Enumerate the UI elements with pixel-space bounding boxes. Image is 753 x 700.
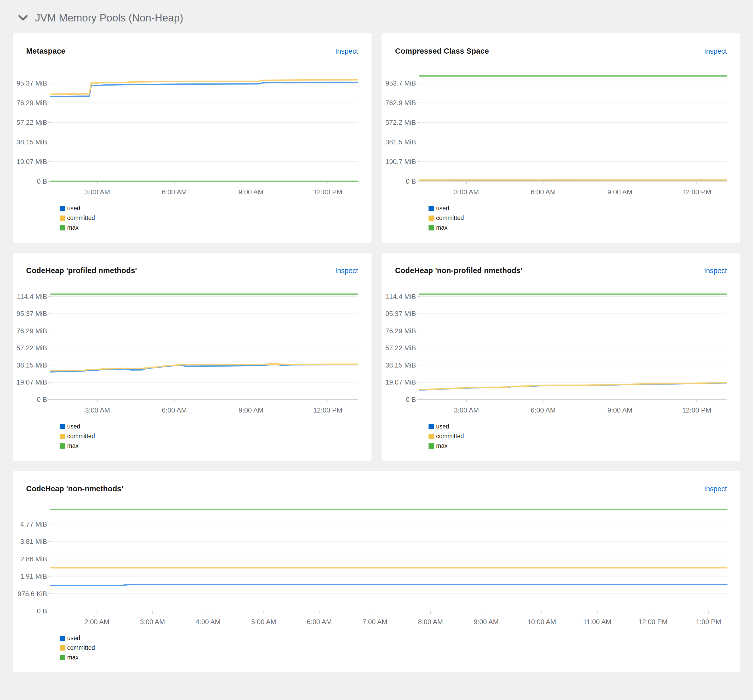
x-tick-label: 6:00 AM bbox=[162, 406, 187, 414]
y-tick-label: 114.4 MiB bbox=[386, 293, 416, 300]
legend-swatch-committed-icon bbox=[429, 216, 434, 221]
legend-label: used bbox=[436, 205, 449, 212]
x-tick-label: 6:00 AM bbox=[531, 188, 556, 196]
x-tick-label: 3:00 AM bbox=[454, 188, 479, 196]
legend-swatch-used-icon bbox=[59, 636, 65, 641]
y-tick-label: 19.07 MiB bbox=[17, 378, 47, 386]
x-tick-label: 12:00 PM bbox=[682, 188, 711, 196]
chart-legend: used committed max bbox=[59, 205, 358, 231]
legend-label: committed bbox=[67, 644, 95, 652]
y-tick-label: 57.22 MiB bbox=[17, 119, 47, 127]
legend-swatch-committed-icon bbox=[59, 216, 65, 221]
legend-item-committed: committed bbox=[59, 433, 358, 440]
inspect-link[interactable]: Inspect bbox=[335, 47, 358, 55]
legend-swatch-used-icon bbox=[429, 206, 434, 211]
x-tick-label: 3:00 AM bbox=[85, 406, 110, 414]
legend-swatch-used-icon bbox=[429, 424, 434, 429]
y-tick-label: 76.29 MiB bbox=[17, 99, 47, 107]
series-line-used bbox=[51, 584, 727, 586]
chart-title: CodeHeap 'non-nmethods' bbox=[26, 484, 123, 493]
chart-title: CodeHeap 'profiled nmethods' bbox=[26, 266, 137, 275]
y-tick-label: 953.7 MiB bbox=[385, 79, 416, 87]
legend-item-used: used bbox=[429, 423, 727, 430]
legend-swatch-max-icon bbox=[59, 225, 65, 230]
y-tick-label: 381.5 MiB bbox=[385, 138, 416, 146]
series-line-used bbox=[51, 364, 358, 372]
section-title: JVM Memory Pools (Non-Heap) bbox=[35, 12, 183, 24]
y-tick-label: 4.77 MiB bbox=[20, 520, 47, 528]
legend-label: used bbox=[67, 423, 80, 430]
x-tick-label: 12:00 PM bbox=[639, 618, 667, 626]
y-tick-label: 0 B bbox=[37, 395, 47, 403]
legend-label: committed bbox=[436, 214, 464, 222]
legend-item-committed: committed bbox=[59, 644, 727, 652]
y-tick-label: 19.07 MiB bbox=[385, 378, 416, 386]
legend-swatch-committed-icon bbox=[429, 434, 434, 439]
x-tick-label: 10:00 AM bbox=[527, 618, 556, 626]
y-tick-label: 0 B bbox=[37, 607, 47, 615]
inspect-link[interactable]: Inspect bbox=[704, 485, 727, 493]
legend-item-max: max bbox=[429, 224, 727, 231]
x-tick-label: 1:00 PM bbox=[696, 618, 721, 626]
y-tick-label: 572.2 MiB bbox=[385, 119, 416, 127]
x-tick-label: 12:00 PM bbox=[682, 406, 711, 414]
legend-label: max bbox=[67, 442, 78, 449]
legend-item-max: max bbox=[59, 654, 727, 661]
line-chart-codeheap-profiled-nmethods: 114.4 MiB95.37 MiB76.29 MiB57.22 MiB38.1… bbox=[26, 285, 358, 415]
x-tick-label: 8:00 AM bbox=[418, 618, 443, 626]
legend-item-committed: committed bbox=[59, 214, 358, 222]
chart-card-codeheap-non-nmethods: CodeHeap 'non-nmethods' Inspect 4.77 MiB… bbox=[12, 471, 741, 672]
y-tick-label: 38.15 MiB bbox=[17, 361, 47, 369]
legend-label: committed bbox=[67, 433, 95, 440]
x-tick-label: 3:00 AM bbox=[140, 618, 165, 626]
legend-item-committed: committed bbox=[429, 214, 727, 222]
chart-title: CodeHeap 'non-profiled nmethods' bbox=[395, 266, 522, 275]
inspect-link[interactable]: Inspect bbox=[704, 47, 727, 55]
y-tick-label: 19.07 MiB bbox=[17, 158, 47, 166]
chart-title: Compressed Class Space bbox=[395, 47, 489, 55]
legend-swatch-used-icon bbox=[59, 424, 65, 429]
y-tick-label: 2.86 MiB bbox=[20, 555, 47, 563]
chart-legend: used committed max bbox=[429, 423, 727, 449]
inspect-link[interactable]: Inspect bbox=[335, 267, 358, 275]
legend-swatch-max-icon bbox=[59, 444, 65, 448]
legend-label: max bbox=[436, 442, 447, 449]
y-tick-label: 95.37 MiB bbox=[17, 79, 47, 87]
legend-item-used: used bbox=[59, 205, 358, 212]
x-tick-label: 9:00 AM bbox=[607, 406, 632, 414]
chart-legend: used committed max bbox=[59, 423, 358, 449]
y-tick-label: 1.91 MiB bbox=[20, 572, 47, 580]
y-tick-label: 0 B bbox=[406, 177, 416, 185]
y-tick-label: 95.37 MiB bbox=[385, 310, 416, 317]
legend-item-max: max bbox=[59, 224, 358, 231]
line-chart-codeheap-non-nmethods: 4.77 MiB3.81 MiB2.86 MiB1.91 MiB976.6 Ki… bbox=[26, 501, 727, 627]
y-tick-label: 38.15 MiB bbox=[17, 138, 47, 146]
legend-label: committed bbox=[436, 433, 464, 440]
x-tick-label: 9:00 AM bbox=[239, 188, 263, 196]
x-tick-label: 9:00 AM bbox=[239, 406, 263, 414]
legend-item-max: max bbox=[429, 442, 727, 449]
x-tick-label: 11:00 AM bbox=[583, 618, 611, 626]
chart-card-metaspace: Metaspace Inspect 95.37 MiB76.29 MiB57.2… bbox=[12, 33, 371, 243]
y-tick-label: 762.9 MiB bbox=[385, 99, 416, 107]
x-tick-label: 2:00 AM bbox=[84, 618, 109, 626]
chart-legend: used committed max bbox=[429, 205, 727, 231]
chart-title: Metaspace bbox=[26, 47, 65, 55]
legend-item-max: max bbox=[59, 442, 358, 449]
x-tick-label: 6:00 AM bbox=[307, 618, 332, 626]
line-chart-metaspace: 95.37 MiB76.29 MiB57.22 MiB38.15 MiB19.0… bbox=[26, 66, 358, 197]
line-chart-codeheap-non-profiled-nmethods: 114.4 MiB95.37 MiB76.29 MiB57.22 MiB38.1… bbox=[395, 285, 726, 415]
x-tick-label: 12:00 PM bbox=[313, 406, 342, 414]
inspect-link[interactable]: Inspect bbox=[704, 267, 727, 275]
legend-label: used bbox=[67, 634, 80, 642]
y-tick-label: 0 B bbox=[37, 177, 47, 185]
y-tick-label: 0 B bbox=[406, 395, 416, 403]
chart-card-codeheap-profiled-nmethods: CodeHeap 'profiled nmethods' Inspect 114… bbox=[12, 253, 371, 461]
legend-item-used: used bbox=[59, 634, 727, 642]
x-tick-label: 9:00 AM bbox=[607, 188, 632, 196]
y-tick-label: 57.22 MiB bbox=[17, 344, 47, 352]
y-tick-label: 95.37 MiB bbox=[17, 310, 47, 317]
legend-item-used: used bbox=[429, 205, 727, 212]
x-tick-label: 7:00 AM bbox=[362, 618, 387, 626]
section-toggle-jvm-memory-pools-non-heap[interactable]: JVM Memory Pools (Non-Heap) bbox=[12, 0, 741, 33]
